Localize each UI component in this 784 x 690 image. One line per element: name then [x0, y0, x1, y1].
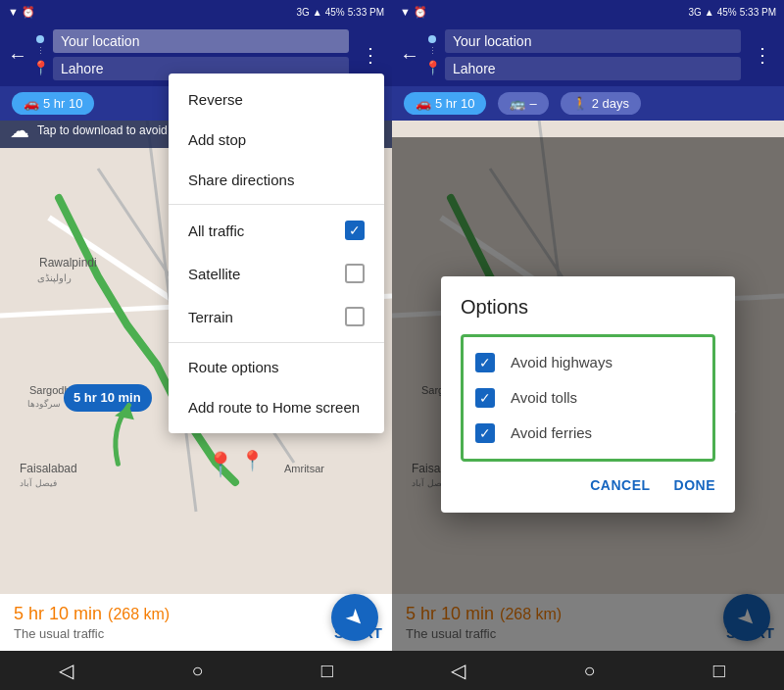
add-stop-label: Add stop	[188, 131, 246, 148]
avoid-ferries-label: Avoid ferries	[511, 424, 592, 441]
car-transport-btn[interactable]: 🚗 5 hr 10	[12, 92, 94, 115]
menu-item-route-options[interactable]: Route options	[169, 347, 384, 387]
destination-pin-icon-r: 📍	[424, 60, 441, 75]
left-phone-screen: ▼ ⏰ 3G ▲ 45% 5:33 PM ← ⋮ 📍 ⋮ 🚗	[0, 0, 392, 690]
navigation-fab-left[interactable]: ➤	[331, 594, 378, 641]
status-icons-left: ▼ ⏰	[8, 6, 35, 19]
options-title: Options	[461, 296, 715, 319]
origin-input[interactable]	[53, 29, 349, 53]
origin-row	[53, 29, 349, 53]
origin-row-r	[445, 29, 741, 53]
origin-input-r[interactable]	[445, 29, 741, 53]
nav-input-fields-r	[445, 29, 741, 80]
svg-text:سرگودھا: سرگودھا	[27, 398, 61, 410]
right-phone-screen: ▼ ⏰ 3G ▲ 45% 5:33 PM ← ⋮ 📍 ⋮ 🚗	[392, 0, 784, 690]
dropdown-menu: Reverse Add stop Share directions All tr…	[169, 74, 384, 433]
menu-item-add-stop[interactable]: Add stop	[169, 120, 384, 160]
battery-level: 45%	[325, 7, 345, 18]
network-indicator: 3G	[296, 7, 309, 18]
back-arrow-icon-r[interactable]: ←	[400, 44, 419, 67]
home-nav-icon[interactable]: ○	[191, 660, 203, 682]
all-traffic-checkbox[interactable]: ✓	[345, 221, 365, 240]
time-display: 5:33 PM	[348, 7, 384, 18]
navigate-icon: ➤	[339, 602, 369, 632]
duration-row: 5 hr 10 min (268 km)	[14, 604, 378, 624]
menu-item-terrain[interactable]: Terrain	[169, 295, 384, 338]
destination-row-r	[445, 57, 741, 80]
car-icon: 🚗	[24, 96, 39, 111]
car-duration: 5 hr 10	[43, 96, 82, 111]
back-nav-icon[interactable]: ◁	[59, 659, 74, 682]
avoid-tolls-checkbox[interactable]: ✓	[475, 388, 495, 408]
option-row-tolls: ✓ Avoid tolls	[475, 380, 701, 416]
svg-text:راولپنڈی: راولپنڈی	[37, 272, 72, 284]
terrain-checkbox[interactable]	[345, 307, 365, 326]
avoid-highways-checkbox[interactable]: ✓	[475, 353, 495, 372]
options-dialog: Options ✓ Avoid highways ✓ Avoid tolls ✓…	[441, 276, 735, 513]
menu-item-share-directions[interactable]: Share directions	[169, 160, 384, 200]
menu-item-add-home[interactable]: Add route to Home screen	[169, 387, 384, 427]
option-row-ferries: ✓ Avoid ferries	[475, 416, 701, 451]
recent-nav-icon[interactable]: □	[321, 660, 333, 682]
recent-nav-icon-r[interactable]: □	[713, 660, 725, 682]
reverse-label: Reverse	[188, 91, 243, 108]
more-options-icon-r[interactable]: ⋮	[749, 39, 776, 71]
avoid-ferries-checkbox[interactable]: ✓	[475, 423, 495, 443]
car-icon-r: 🚗	[416, 96, 431, 111]
more-options-icon[interactable]: ⋮	[357, 39, 384, 71]
svg-text:Rawalpindi: Rawalpindi	[39, 256, 97, 270]
traffic-note: The usual traffic	[14, 626, 378, 641]
satellite-checkbox[interactable]	[345, 264, 365, 283]
transport-bar-right: 🚗 5 hr 10 🚌 – 🚶 2 days	[392, 86, 784, 121]
share-label: Share directions	[188, 172, 294, 188]
network-indicator-r: 3G	[688, 7, 701, 18]
status-bar-left: ▼ ⏰ 3G ▲ 45% 5:33 PM	[0, 0, 392, 24]
home-nav-icon-r[interactable]: ○	[583, 660, 595, 682]
cancel-button[interactable]: CANCEL	[590, 477, 650, 493]
menu-divider-2	[169, 342, 384, 343]
connector-line: ⋮	[36, 47, 45, 56]
done-button[interactable]: DONE	[674, 477, 715, 493]
nav-connector-dots-r: ⋮ 📍	[427, 35, 437, 75]
back-nav-icon-r[interactable]: ◁	[451, 659, 466, 682]
nav-connector-dots: ⋮ 📍	[35, 35, 45, 75]
back-arrow-icon[interactable]: ←	[8, 44, 27, 67]
menu-item-satellite[interactable]: Satellite	[169, 252, 384, 295]
svg-text:Amritsar: Amritsar	[284, 463, 324, 474]
battery-level-r: 45%	[717, 7, 737, 18]
svg-text:Faisalabad: Faisalabad	[20, 462, 77, 475]
destination-input-r[interactable]	[445, 57, 741, 80]
nav-header-right: ← ⋮ 📍 ⋮	[392, 24, 784, 86]
status-bar-right: ▼ ⏰ 3G ▲ 45% 5:33 PM	[392, 0, 784, 24]
destination-pin-icon: 📍	[32, 60, 49, 75]
car-duration-r: 5 hr 10	[435, 96, 474, 111]
option-row-highways: ✓ Avoid highways	[475, 345, 701, 380]
transit-transport-btn-r[interactable]: 🚌 –	[498, 92, 548, 115]
options-checkboxes-container: ✓ Avoid highways ✓ Avoid tolls ✓ Avoid f…	[461, 334, 715, 462]
svg-text:فیصل آباد: فیصل آباد	[20, 477, 57, 488]
signal-bars-r: ▲	[705, 7, 714, 18]
options-overlay: Options ✓ Avoid highways ✓ Avoid tolls ✓…	[392, 137, 784, 651]
duration-display: 5 hr 10 min	[14, 604, 102, 624]
route-options-label: Route options	[188, 359, 279, 375]
time-display-r: 5:33 PM	[740, 7, 776, 18]
transit-icon-r: 🚌	[510, 96, 525, 111]
menu-divider-1	[169, 204, 384, 205]
menu-item-all-traffic[interactable]: All traffic ✓	[169, 209, 384, 252]
svg-text:📍: 📍	[206, 450, 235, 478]
menu-item-reverse[interactable]: Reverse	[169, 79, 384, 120]
terrain-label: Terrain	[188, 309, 233, 325]
add-home-label: Add route to Home screen	[188, 399, 360, 416]
signal-bars: ▲	[313, 7, 322, 18]
connector-line-r: ⋮	[428, 47, 437, 56]
avoid-highways-label: Avoid highways	[511, 354, 612, 370]
svg-text:📍: 📍	[240, 449, 265, 472]
walk-transport-btn-r[interactable]: 🚶 2 days	[561, 92, 641, 115]
walk-icon-r: 🚶	[572, 96, 588, 111]
walk-duration-r: 2 days	[592, 96, 629, 111]
car-transport-btn-r[interactable]: 🚗 5 hr 10	[404, 92, 486, 115]
distance-display: (268 km)	[108, 606, 170, 623]
bottom-nav-left: ◁ ○ □	[0, 651, 392, 690]
satellite-label: Satellite	[188, 266, 240, 282]
origin-dot-r	[428, 35, 436, 43]
